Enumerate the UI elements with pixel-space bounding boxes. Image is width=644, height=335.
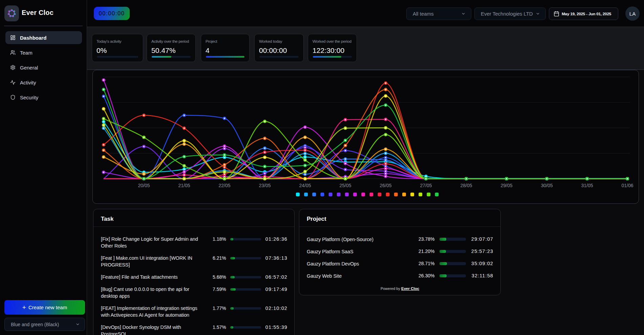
- svg-text:27/05: 27/05: [420, 183, 432, 188]
- svg-text:22/05: 22/05: [218, 183, 230, 188]
- svg-text:23/05: 23/05: [259, 183, 271, 188]
- svg-text:26/05: 26/05: [380, 183, 391, 188]
- svg-text:01/06: 01/06: [621, 183, 633, 188]
- svg-text:29/05: 29/05: [500, 183, 512, 188]
- svg-text:21/05: 21/05: [178, 183, 190, 188]
- svg-text:24/05: 24/05: [299, 183, 311, 188]
- svg-text:28/05: 28/05: [460, 183, 472, 188]
- svg-text:30/05: 30/05: [541, 183, 553, 188]
- svg-text:20/05: 20/05: [138, 183, 150, 188]
- svg-text:25/05: 25/05: [339, 183, 351, 188]
- svg-text:31/05: 31/05: [581, 183, 593, 188]
